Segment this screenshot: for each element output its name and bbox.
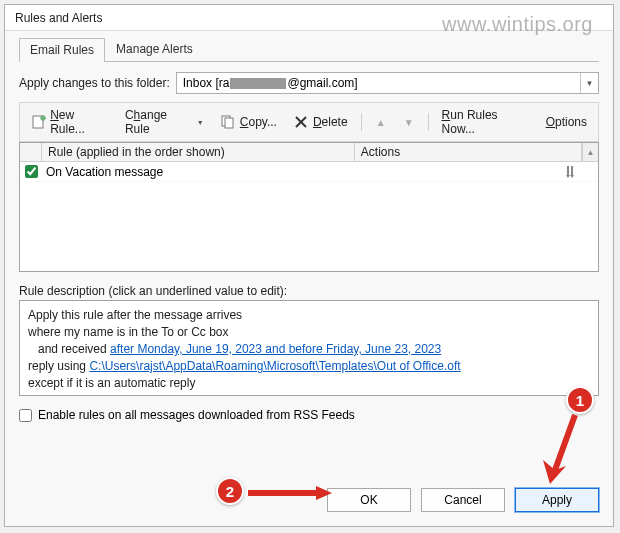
table-row[interactable]: On Vacation message [20,162,598,182]
rules-alerts-dialog: Rules and Alerts www.wintips.org Email R… [4,4,614,527]
titlebar: Rules and Alerts [5,5,613,31]
run-rules-now-button[interactable]: Run Rules Now... [435,105,537,139]
dialog-buttons: OK Cancel Apply [19,474,599,526]
separator [428,113,429,131]
arrow-down-icon: ▼ [401,114,417,130]
move-up-button[interactable]: ▲ [368,111,394,133]
chevron-down-icon: ▼ [197,119,204,126]
folder-select[interactable]: Inbox [ra @gmail.com] ▼ [176,72,599,94]
redacted-text [230,78,286,89]
description-box: Apply this rule after the message arrive… [19,300,599,396]
svg-rect-6 [225,118,233,128]
toolbar: NNew Rule...ew Rule... Change Rule ▼ Cop… [19,102,599,142]
rule-name: On Vacation message [46,165,163,179]
folder-value-suffix: @gmail.com] [287,76,357,90]
svg-rect-10 [571,166,573,175]
desc-line4: reply using C:\Users\rajst\AppData\Roami… [28,358,590,375]
folder-value-prefix: Inbox [ra [183,76,230,90]
copy-icon [220,114,236,130]
tab-manage-alerts[interactable]: Manage Alerts [105,37,204,61]
rules-grid: Rule (applied in the order shown) Action… [19,142,599,272]
header-scroll-spacer: ▲ [582,143,598,161]
options-button[interactable]: Options [539,112,594,132]
separator [361,113,362,131]
tabstrip: Email Rules Manage Alerts [19,37,599,62]
ok-button[interactable]: OK [327,488,411,512]
change-rule-button[interactable]: Change Rule ▼ [118,105,211,139]
desc-line5: except if it is an automatic reply [28,375,590,392]
date-range-link[interactable]: after Monday, June 19, 2023 and before F… [110,342,441,356]
window-title: Rules and Alerts [15,11,102,25]
svg-rect-9 [567,166,569,175]
delete-button[interactable]: Delete [286,111,355,133]
cancel-button[interactable]: Cancel [421,488,505,512]
description-label: Rule description (click an underlined va… [19,284,599,298]
template-path-link[interactable]: C:\Users\rajst\AppData\Roaming\Microsoft… [89,359,460,373]
apply-button[interactable]: Apply [515,488,599,512]
folder-label: Apply changes to this folder: [19,76,170,90]
header-actions-col[interactable]: Actions [355,143,582,161]
rss-enable-checkbox[interactable] [19,409,32,422]
chevron-down-icon[interactable]: ▼ [580,73,598,93]
move-down-button[interactable]: ▼ [396,111,422,133]
server-rule-icon [562,164,578,180]
new-rule-icon [31,114,46,130]
copy-button[interactable]: Copy... [213,111,284,133]
rule-enabled-checkbox[interactable] [25,165,38,178]
delete-x-icon [293,114,309,130]
desc-line1: Apply this rule after the message arrive… [28,307,590,324]
new-rule-button[interactable]: NNew Rule...ew Rule... [24,105,116,139]
desc-line3: and received after Monday, June 19, 2023… [28,341,590,358]
tab-email-rules[interactable]: Email Rules [19,38,105,62]
rss-enable-label: Enable rules on all messages downloaded … [38,408,355,422]
grid-header: Rule (applied in the order shown) Action… [20,142,598,162]
desc-line2: where my name is in the To or Cc box [28,324,590,341]
header-checkbox-col [20,143,42,161]
header-rule-col[interactable]: Rule (applied in the order shown) [42,143,355,161]
arrow-up-icon: ▲ [373,114,389,130]
